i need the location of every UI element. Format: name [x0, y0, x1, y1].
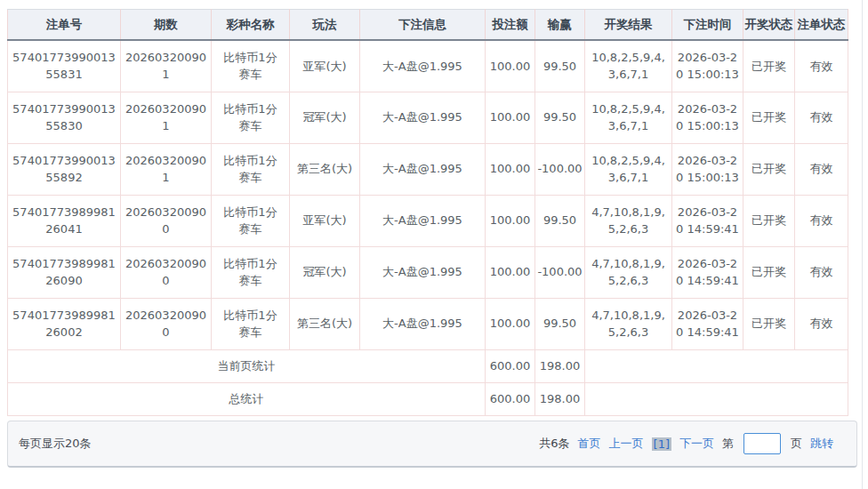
cell-play: 冠军(大) — [290, 92, 360, 143]
cell-time: 2026-03-20 14:59:41 — [672, 298, 743, 349]
cell-winloss: 99.50 — [535, 298, 585, 349]
cell-play: 亚军(大) — [290, 195, 360, 246]
cell-order-status: 有效 — [795, 195, 848, 246]
jump-button[interactable]: 跳转 — [810, 436, 833, 452]
cell-lottery: 比特币1分赛车 — [212, 40, 290, 92]
cell-draw-status: 已开奖 — [743, 143, 795, 195]
col-header-time: 下注时间 — [672, 10, 743, 41]
pagination: 共6条 首页 上一页 [1] 下一页 第 页 跳转 — [539, 433, 833, 454]
cell-play: 冠军(大) — [290, 246, 360, 298]
footer-bar: 每页显示20条 共6条 首页 上一页 [1] 下一页 第 页 跳转 — [7, 421, 857, 468]
cell-draw-status: 已开奖 — [743, 195, 795, 246]
cell-time: 2026-03-20 15:00:13 — [672, 40, 743, 92]
cell-period: 202603200900 — [121, 298, 212, 349]
col-header-winloss: 输赢 — [535, 10, 585, 41]
cell-draw-status: 已开奖 — [743, 40, 795, 92]
jump-prefix-label: 第 — [722, 436, 734, 452]
table-row: 5740177398998126002 202603200900 比特币1分赛车… — [8, 298, 848, 349]
cell-period: 202603200901 — [121, 92, 212, 143]
summary-empty — [585, 349, 848, 382]
cell-amount: 100.00 — [486, 246, 535, 298]
table-row: 5740177399001355831 202603200901 比特币1分赛车… — [8, 40, 848, 92]
cell-bet-info: 大-A盘@1.995 — [360, 298, 486, 349]
cell-order-no: 5740177399001355831 — [8, 40, 121, 92]
summary-row-total: 总统计 600.00 198.00 — [8, 382, 848, 415]
col-header-amount: 投注额 — [486, 10, 535, 41]
cell-order-status: 有效 — [795, 40, 848, 92]
total-count-label: 共6条 — [539, 436, 569, 452]
cell-bet-info: 大-A盘@1.995 — [360, 92, 486, 143]
cell-time: 2026-03-20 15:00:13 — [672, 92, 743, 143]
window-edge-divider — [862, 0, 863, 489]
cell-period: 202603200900 — [121, 195, 212, 246]
cell-order-no: 5740177398998126002 — [8, 298, 121, 349]
bet-records-table-wrap: 注单号 期数 彩种名称 玩法 下注信息 投注额 输赢 开奖结果 下注时间 开奖状… — [7, 9, 848, 416]
cell-period: 202603200901 — [121, 143, 212, 195]
cell-time: 2026-03-20 14:59:41 — [672, 246, 743, 298]
col-header-bet-info: 下注信息 — [360, 10, 486, 41]
current-page-indicator[interactable]: [1] — [652, 437, 671, 451]
cell-order-no: 5740177399001355830 — [8, 92, 121, 143]
table-row: 5740177398998126041 202603200900 比特币1分赛车… — [8, 195, 848, 246]
col-header-draw-status: 开奖状态 — [743, 10, 795, 41]
col-header-order-status: 注单状态 — [795, 10, 848, 41]
summary-row-current-page: 当前页统计 600.00 198.00 — [8, 349, 848, 382]
table-row: 5740177399001355830 202603200901 比特币1分赛车… — [8, 92, 848, 143]
cell-period: 202603200900 — [121, 246, 212, 298]
page-jump-input[interactable] — [743, 433, 781, 454]
cell-amount: 100.00 — [486, 195, 535, 246]
summary-label: 当前页统计 — [8, 349, 486, 382]
cell-bet-info: 大-A盘@1.995 — [360, 40, 486, 92]
cell-winloss: 99.50 — [535, 195, 585, 246]
table-body: 5740177399001355831 202603200901 比特币1分赛车… — [8, 40, 848, 349]
cell-order-no: 5740177399001355892 — [8, 143, 121, 195]
col-header-play: 玩法 — [290, 10, 360, 41]
col-header-lottery: 彩种名称 — [212, 10, 290, 41]
cell-result: 4,7,10,8,1,9,5,2,6,3 — [585, 298, 672, 349]
cell-amount: 100.00 — [486, 143, 535, 195]
table-summary: 当前页统计 600.00 198.00 总统计 600.00 198.00 — [8, 349, 848, 415]
cell-order-status: 有效 — [795, 298, 848, 349]
cell-play: 亚军(大) — [290, 40, 360, 92]
header-row: 注单号 期数 彩种名称 玩法 下注信息 投注额 输赢 开奖结果 下注时间 开奖状… — [8, 10, 848, 41]
summary-amount: 600.00 — [486, 349, 535, 382]
cell-amount: 100.00 — [486, 298, 535, 349]
first-page-link[interactable]: 首页 — [578, 436, 601, 452]
next-page-link[interactable]: 下一页 — [679, 436, 714, 452]
cell-lottery: 比特币1分赛车 — [212, 195, 290, 246]
col-header-order-no: 注单号 — [8, 10, 121, 41]
jump-suffix-label: 页 — [791, 436, 802, 452]
cell-order-status: 有效 — [795, 143, 848, 195]
summary-amount: 600.00 — [486, 382, 535, 415]
per-page-label: 每页显示20条 — [19, 436, 92, 452]
summary-winloss: 198.00 — [535, 382, 585, 415]
cell-order-no: 5740177398998126090 — [8, 246, 121, 298]
cell-result: 10,8,2,5,9,4,3,6,7,1 — [585, 92, 672, 143]
cell-lottery: 比特币1分赛车 — [212, 143, 290, 195]
cell-draw-status: 已开奖 — [743, 298, 795, 349]
cell-order-status: 有效 — [795, 246, 848, 298]
cell-order-status: 有效 — [795, 92, 848, 143]
cell-winloss: -100.00 — [535, 246, 585, 298]
cell-time: 2026-03-20 14:59:41 — [672, 195, 743, 246]
prev-page-link[interactable]: 上一页 — [609, 436, 644, 452]
cell-result: 4,7,10,8,1,9,5,2,6,3 — [585, 195, 672, 246]
cell-amount: 100.00 — [486, 92, 535, 143]
cell-result: 10,8,2,5,9,4,3,6,7,1 — [585, 143, 672, 195]
bet-records-table: 注单号 期数 彩种名称 玩法 下注信息 投注额 输赢 开奖结果 下注时间 开奖状… — [7, 9, 848, 416]
table-header: 注单号 期数 彩种名称 玩法 下注信息 投注额 输赢 开奖结果 下注时间 开奖状… — [8, 10, 848, 41]
cell-period: 202603200901 — [121, 40, 212, 92]
cell-lottery: 比特币1分赛车 — [212, 92, 290, 143]
cell-amount: 100.00 — [486, 40, 535, 92]
cell-lottery: 比特币1分赛车 — [212, 298, 290, 349]
cell-bet-info: 大-A盘@1.995 — [360, 246, 486, 298]
cell-order-no: 5740177398998126041 — [8, 195, 121, 246]
cell-winloss: -100.00 — [535, 143, 585, 195]
cell-bet-info: 大-A盘@1.995 — [360, 195, 486, 246]
table-row: 5740177399001355892 202603200901 比特币1分赛车… — [8, 143, 848, 195]
summary-label: 总统计 — [8, 382, 486, 415]
cell-result: 4,7,10,8,1,9,5,2,6,3 — [585, 246, 672, 298]
col-header-period: 期数 — [121, 10, 212, 41]
cell-time: 2026-03-20 15:00:13 — [672, 143, 743, 195]
cell-winloss: 99.50 — [535, 92, 585, 143]
